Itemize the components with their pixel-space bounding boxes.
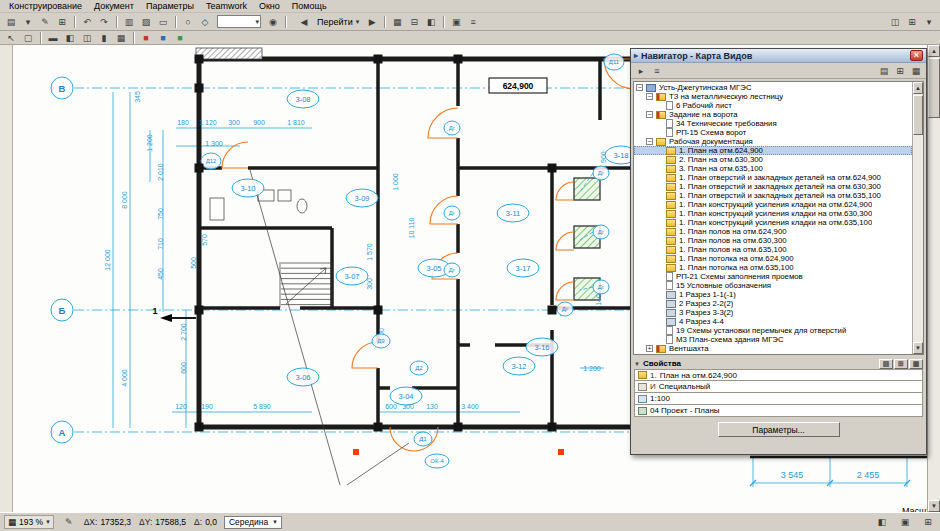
circle-tool-icon[interactable]: ○ <box>180 15 196 29</box>
window-new-icon[interactable]: ⊞ <box>904 15 920 29</box>
property-row[interactable]: ИСпециальный <box>634 381 923 393</box>
expand-toggle-icon[interactable]: − <box>646 93 653 100</box>
display-options-icon[interactable]: ▣ <box>897 515 913 529</box>
tree-item[interactable]: 1. План на отм.624,900 <box>634 146 912 155</box>
tree-item[interactable]: 34 Технические требования <box>634 119 912 128</box>
scroll-up-icon[interactable]: ▲ <box>913 82 923 94</box>
tree-item[interactable]: 1. План отверстий и закладных деталей на… <box>634 182 912 191</box>
tree-item[interactable]: 2. План на отм.630,300 <box>634 155 912 164</box>
tree-item[interactable]: РП-21 Схемы заполнения проемов <box>634 272 912 281</box>
tree-item[interactable]: М3 План-схема здания МГЭС <box>634 335 912 344</box>
scrollbar-thumb[interactable] <box>928 58 940 118</box>
scroll-down-icon[interactable]: ▼ <box>928 500 940 512</box>
close-icon[interactable]: × <box>910 50 923 61</box>
parameters-button[interactable]: Параметры... <box>718 422 840 437</box>
column-tool-icon[interactable]: ▮ <box>96 31 112 45</box>
tree-scrollbar[interactable]: ▲ ▼ <box>912 82 923 354</box>
pencil-icon[interactable]: ✎ <box>61 515 77 529</box>
tree-item[interactable]: 1. План отверстий и закладных деталей на… <box>634 173 912 182</box>
tree-item[interactable]: 15 Условные обозначения <box>634 281 912 290</box>
property-row[interactable]: 1.План на отм.624,900 <box>634 369 923 381</box>
goto-button[interactable]: Перейти▾ <box>312 14 364 29</box>
tree-item[interactable]: 1. План конструкций усиления кладки на о… <box>634 218 912 227</box>
tree-item[interactable]: +Вентшахта <box>634 344 912 353</box>
tree-item[interactable]: 1. План потолка на отм.635,100 <box>634 263 912 272</box>
marquee-icon[interactable]: ▢ <box>20 31 36 45</box>
tree-item[interactable]: 19 Схемы установки перемычек для отверст… <box>634 326 912 335</box>
undo-icon[interactable]: ↶ <box>79 15 95 29</box>
layout-book-icon[interactable]: ▦ <box>908 64 924 78</box>
scroll-down-icon[interactable]: ▼ <box>913 342 923 354</box>
expand-toggle-icon[interactable]: − <box>636 84 643 91</box>
tree-item[interactable]: 1. План полов на отм.630,300 <box>634 236 912 245</box>
pen-green-icon[interactable]: ■ <box>172 31 188 45</box>
favorites-icon[interactable]: ▤ <box>3 15 19 29</box>
camera-icon[interactable]: ◧ <box>423 15 439 29</box>
scrollbar-thumb[interactable] <box>913 95 923 135</box>
layouts-icon[interactable]: ▦ <box>389 15 405 29</box>
pen-blue-icon[interactable]: ■ <box>155 31 171 45</box>
back-icon[interactable]: ◀ <box>296 15 312 29</box>
magic-wand-icon[interactable]: ◉ <box>265 15 281 29</box>
redo-icon[interactable]: ↷ <box>96 15 112 29</box>
wall-tool-icon[interactable]: ▬ <box>45 31 61 45</box>
navigator-titlebar[interactable]: ▸ Навигатор - Карта Видов × <box>631 49 926 63</box>
select-arrow-icon[interactable]: ↖ <box>3 31 19 45</box>
window-tile-icon[interactable]: ◫ <box>887 15 903 29</box>
tree-item[interactable]: −Задание на ворота <box>634 110 912 119</box>
menu-item-0[interactable]: Конструирование <box>3 1 88 11</box>
tree-item[interactable]: 1. План конструкций усиления кладки на о… <box>634 209 912 218</box>
canvas-vertical-scrollbar[interactable]: ▲ ▼ <box>927 45 940 512</box>
tree-item[interactable]: −ТЗ на металлическую лестницу <box>634 92 912 101</box>
clone-folder-icon[interactable]: ▤ <box>879 359 893 369</box>
grid-status-icon[interactable]: ⊞ <box>920 515 936 529</box>
view-map-icon[interactable]: ≡ <box>649 64 665 78</box>
layers-icon[interactable]: ▥ <box>121 15 137 29</box>
menu-item-3[interactable]: Teamwork <box>200 1 253 11</box>
tree-item[interactable]: 4 Разрез 4-4 <box>634 317 912 326</box>
tree-item[interactable]: РП-15 Схема ворот <box>634 128 912 137</box>
organizer-icon[interactable]: ≡ <box>465 15 481 29</box>
save-view-icon[interactable]: ▦ <box>909 359 923 369</box>
tree-item[interactable]: −Усть-Джегутинская МГЭС <box>634 83 912 92</box>
zoom-control[interactable]: ▦ 193 % ▾ <box>4 515 54 529</box>
line-type-icon[interactable]: ▭ <box>155 15 171 29</box>
pen-red-icon[interactable]: ■ <box>138 31 154 45</box>
expand-toggle-icon[interactable]: − <box>646 138 653 145</box>
tree-item[interactable]: 1. План конструкций усиления кладки на о… <box>634 200 912 209</box>
tree-item[interactable]: 1. План полов на отм.635,100 <box>634 245 912 254</box>
tree-item[interactable]: 1 Разрез 1-1(-1) <box>634 290 912 299</box>
polygon-tool-icon[interactable]: ◇ <box>197 15 213 29</box>
expand-toggle-icon[interactable]: + <box>646 345 653 352</box>
tree-item[interactable]: 1. План отверстий и закладных деталей на… <box>634 191 912 200</box>
slab-tool-icon[interactable]: ▦ <box>113 31 129 45</box>
new-folder-icon[interactable]: ⊞ <box>892 64 908 78</box>
door-tool-icon[interactable]: ◧ <box>62 31 78 45</box>
property-row[interactable]: 1:100 <box>634 393 923 405</box>
tree-item[interactable]: 3 Разрез 3-3(2) <box>634 308 912 317</box>
menu-item-2[interactable]: Параметры <box>140 1 200 11</box>
publish-icon[interactable]: ▣ <box>448 15 464 29</box>
tree-item[interactable]: 6 Рабочий лист <box>634 101 912 110</box>
menu-item-4[interactable]: Окно <box>253 1 286 11</box>
pencil-icon[interactable]: ✎ <box>37 15 53 29</box>
tree-item[interactable]: 1. План полов на отм.624,900 <box>634 227 912 236</box>
open-folder-icon[interactable]: ▤ <box>876 64 892 78</box>
tree-item[interactable]: 2 Разрез 2-2(2) <box>634 299 912 308</box>
menu-item-5[interactable]: Помощь <box>286 1 333 11</box>
dropdown-icon[interactable]: ▾ <box>20 15 36 29</box>
window-tool-icon[interactable]: ◫ <box>79 31 95 45</box>
tree-item[interactable]: 1. План потолка на отм.624,900 <box>634 254 912 263</box>
grid-snap-icon[interactable]: ⊞ <box>54 15 70 29</box>
tree-item[interactable]: −Рабочая документация <box>634 137 912 146</box>
fill-icon[interactable]: ▨ <box>138 15 154 29</box>
layers-status-icon[interactable]: ◧ <box>874 515 890 529</box>
menu-item-1[interactable]: Документ <box>88 1 140 11</box>
scale-combo[interactable]: ▾ <box>217 15 261 28</box>
property-row[interactable]: 04 Проект - Планы <box>634 405 923 417</box>
expand-toggle-icon[interactable]: − <box>646 111 653 118</box>
properties-header[interactable]: ▼ Свойства ▤ ⊞ ▦ <box>634 358 923 369</box>
new-folder-icon[interactable]: ⊞ <box>894 359 908 369</box>
section-marker-icon[interactable]: ⊟ <box>406 15 422 29</box>
snap-combo[interactable]: Середина ▾ <box>224 516 282 529</box>
